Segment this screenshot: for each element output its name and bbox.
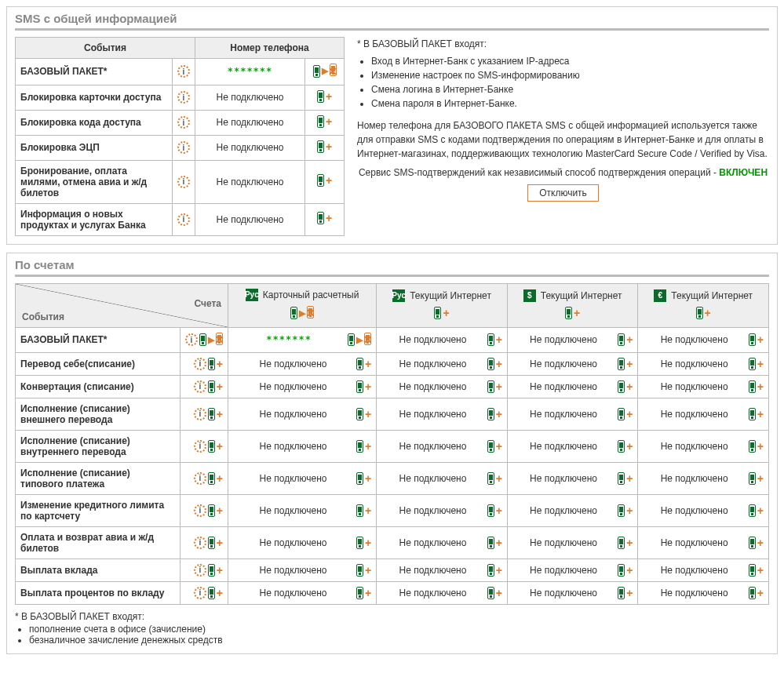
phone-add-action[interactable]: + xyxy=(487,537,502,549)
phone-add-action[interactable]: + xyxy=(749,564,764,577)
phone-add-action[interactable]: + xyxy=(696,307,711,319)
footnote: * В БАЗОВЫЙ ПАКЕТ входят: пополнение сче… xyxy=(15,611,769,646)
info-icon[interactable]: i xyxy=(177,141,190,154)
currency-icon: Pyc xyxy=(392,289,405,302)
phone-add-action[interactable]: + xyxy=(749,440,764,453)
phone-swap-action[interactable]: ▶ xyxy=(290,306,314,321)
phone-icon xyxy=(208,537,215,549)
phone-add-action[interactable]: + xyxy=(618,358,633,370)
phone-add-action[interactable]: + xyxy=(356,472,371,485)
phone-add-action[interactable]: + xyxy=(317,90,332,103)
not-connected-text: Не подключено xyxy=(381,537,483,548)
phone-add-action[interactable]: + xyxy=(487,472,502,485)
phone-add-action[interactable]: + xyxy=(618,564,633,577)
phone-add-action[interactable]: + xyxy=(317,115,332,128)
phone-add-action[interactable]: + xyxy=(208,587,223,599)
phone-add-action[interactable]: + xyxy=(208,440,223,453)
phone-icon xyxy=(487,380,494,393)
phone-add-action[interactable]: + xyxy=(487,564,502,577)
phone-add-action[interactable]: + xyxy=(208,537,223,549)
phone-add-action[interactable]: + xyxy=(208,408,223,420)
info-icon[interactable]: i xyxy=(177,65,190,78)
section2-scroll[interactable]: СчетаСобытияPycКарточный расчетный▶PycТе… xyxy=(15,283,769,605)
phone-add-action[interactable]: + xyxy=(618,440,633,453)
info-icon[interactable]: i xyxy=(194,537,206,549)
info-icon[interactable]: i xyxy=(185,333,198,346)
info-icon[interactable]: i xyxy=(194,440,206,453)
phone-remove-icon[interactable] xyxy=(307,306,314,321)
plus-icon: + xyxy=(365,473,371,484)
info-icon[interactable]: i xyxy=(194,408,206,420)
phone-add-action[interactable]: + xyxy=(749,537,764,549)
phone-add-action[interactable]: + xyxy=(749,358,764,370)
phone-add-action[interactable]: + xyxy=(487,504,502,517)
phone-add-action[interactable]: + xyxy=(618,408,633,420)
phone-swap-action[interactable]: ▶ xyxy=(313,64,337,78)
phone-swap-action[interactable]: ▶ xyxy=(199,333,223,348)
info-icon[interactable]: i xyxy=(177,91,190,104)
phone-add-action[interactable]: + xyxy=(356,537,371,549)
phone-add-action[interactable]: + xyxy=(487,358,502,370)
phone-add-action[interactable]: + xyxy=(356,587,371,599)
phone-add-action[interactable]: + xyxy=(356,358,371,370)
phone-add-action[interactable]: + xyxy=(356,408,371,420)
phone-add-action[interactable]: + xyxy=(749,333,764,346)
not-connected-text: Не подключено xyxy=(233,358,353,369)
event-label: Изменение кредитного лимита по картсчету xyxy=(16,494,181,526)
phone-add-action[interactable]: + xyxy=(565,307,580,319)
info-icon[interactable]: i xyxy=(194,472,206,485)
phone-add-action[interactable]: + xyxy=(208,504,223,517)
phone-add-action[interactable]: + xyxy=(487,440,502,453)
phone-add-action[interactable]: + xyxy=(749,504,764,517)
disable-button[interactable]: Отключить xyxy=(527,184,599,202)
info-icon[interactable]: i xyxy=(194,358,206,370)
plus-icon: + xyxy=(326,91,332,102)
phone-add-action[interactable]: + xyxy=(487,587,502,599)
phone-add-action[interactable]: + xyxy=(356,504,371,517)
info-paragraph: Номер телефона для БАЗОВОГО ПАКЕТА SMS с… xyxy=(357,118,769,161)
phone-add-action[interactable]: + xyxy=(618,472,633,485)
not-connected-text: Не подключено xyxy=(381,588,483,599)
phone-add-action[interactable]: + xyxy=(356,380,371,393)
info-icon[interactable]: i xyxy=(194,380,206,393)
phone-add-action[interactable]: + xyxy=(618,380,633,393)
phone-add-action[interactable]: + xyxy=(356,440,371,453)
phone-add-action[interactable]: + xyxy=(487,333,502,346)
phone-add-action[interactable]: + xyxy=(208,472,223,485)
phone-add-action[interactable]: + xyxy=(434,307,449,319)
phone-remove-icon[interactable] xyxy=(364,333,371,348)
currency-icon: $ xyxy=(523,289,536,302)
arrow-icon: ▶ xyxy=(208,336,214,344)
phone-add-action[interactable]: + xyxy=(749,380,764,393)
phone-add-action[interactable]: + xyxy=(208,564,223,577)
phone-remove-icon[interactable] xyxy=(330,64,337,78)
section1-info: * В БАЗОВЫЙ ПАКЕТ входят: Вход в Интерне… xyxy=(357,37,769,236)
phone-add-action[interactable]: + xyxy=(618,333,633,346)
info-icon[interactable]: i xyxy=(194,587,206,599)
phone-icon xyxy=(618,537,625,549)
plus-icon: + xyxy=(496,505,502,516)
phone-add-action[interactable]: + xyxy=(487,380,502,393)
info-icon[interactable]: i xyxy=(177,116,190,129)
phone-add-action[interactable]: + xyxy=(749,587,764,599)
plus-icon: + xyxy=(757,409,764,420)
phone-add-action[interactable]: + xyxy=(618,537,633,549)
phone-add-action[interactable]: + xyxy=(208,358,223,370)
phone-icon xyxy=(208,587,215,599)
phone-add-action[interactable]: + xyxy=(618,587,633,599)
info-icon[interactable]: i xyxy=(177,213,190,226)
phone-swap-action[interactable]: ▶ xyxy=(348,333,371,348)
info-icon[interactable]: i xyxy=(177,176,190,188)
phone-remove-icon[interactable] xyxy=(216,333,223,348)
info-icon[interactable]: i xyxy=(194,504,206,517)
phone-add-action[interactable]: + xyxy=(317,140,332,153)
phone-add-action[interactable]: + xyxy=(208,380,223,393)
info-icon[interactable]: i xyxy=(194,564,206,577)
phone-add-action[interactable]: + xyxy=(356,564,371,577)
phone-add-action[interactable]: + xyxy=(749,472,764,485)
phone-add-action[interactable]: + xyxy=(618,504,633,517)
phone-add-action[interactable]: + xyxy=(317,212,332,224)
phone-add-action[interactable]: + xyxy=(487,408,502,420)
phone-add-action[interactable]: + xyxy=(317,174,332,187)
phone-add-action[interactable]: + xyxy=(749,408,764,420)
